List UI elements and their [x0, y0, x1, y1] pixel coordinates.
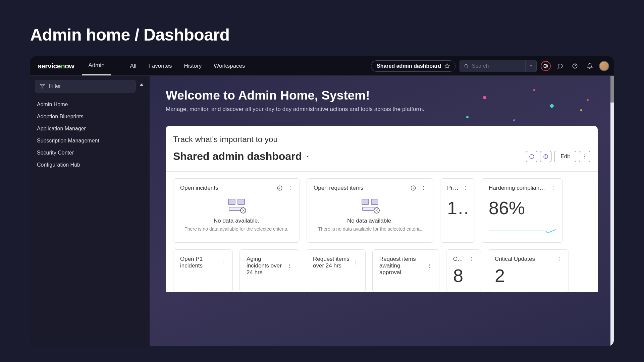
search-input[interactable] [472, 63, 521, 69]
dashboard-pill[interactable]: Shared admin dashboard [371, 60, 455, 72]
more-vertical-icon[interactable] [220, 260, 226, 265]
more-vertical-icon[interactable] [353, 260, 359, 265]
admin-tab[interactable]: Admin [82, 56, 110, 75]
info-icon [543, 154, 548, 159]
svg-point-43 [429, 264, 430, 264]
sidebar-item-admin-home[interactable]: Admin Home [30, 99, 150, 111]
widget-title: Critical Updates [495, 256, 535, 262]
more-vertical-icon[interactable] [556, 256, 562, 262]
more-vertical-icon[interactable] [427, 263, 432, 268]
star-icon [444, 63, 450, 69]
svg-point-49 [559, 257, 559, 258]
more-vertical-icon[interactable] [287, 185, 293, 191]
svg-point-30 [465, 189, 466, 190]
svg-point-21 [290, 189, 290, 190]
sidebar-item-subscription-management[interactable]: Subscription Management [30, 135, 150, 147]
svg-point-46 [471, 257, 472, 258]
dashboard-title-label: Shared admin dashboard [173, 150, 302, 163]
info-icon[interactable] [410, 185, 416, 191]
no-data-title: No data available. [347, 218, 393, 224]
widget-title: Open P1 incidents [180, 256, 217, 269]
filter-input[interactable]: Filter [35, 80, 136, 93]
svg-point-20 [290, 188, 290, 188]
svg-point-47 [471, 259, 472, 259]
edit-button[interactable]: Edit [554, 151, 576, 162]
nav-tab-history[interactable]: History [178, 56, 208, 75]
brand-logo[interactable]: servicenow [30, 56, 80, 75]
info-icon[interactable] [277, 185, 283, 191]
svg-point-44 [429, 265, 430, 266]
no-data-title: No data available. [214, 218, 259, 224]
widget-open-request-items: Open request items ✕ [307, 178, 433, 243]
widget-request-items-over-24: Request items over 24 hrs [306, 249, 366, 292]
svg-point-35 [223, 262, 223, 263]
search-dropdown[interactable] [525, 60, 536, 72]
more-vertical-icon[interactable] [463, 185, 468, 191]
chat-button[interactable] [555, 61, 566, 71]
welcome-title: Welcome to Admin Home, System! [166, 88, 598, 103]
refresh-icon [529, 154, 534, 159]
sidebar-item-security-center[interactable]: Security Center [30, 147, 150, 159]
svg-point-48 [471, 260, 472, 261]
svg-marker-8 [40, 84, 45, 88]
svg-point-41 [356, 262, 356, 263]
svg-point-36 [223, 264, 223, 264]
page-title: Admin home / Dashboard [30, 25, 614, 45]
more-vertical-icon[interactable] [287, 263, 292, 268]
svg-point-42 [356, 264, 356, 264]
svg-point-25 [423, 186, 424, 187]
svg-point-12 [546, 156, 546, 156]
refresh-button[interactable] [526, 151, 537, 162]
more-vertical-icon[interactable] [469, 256, 474, 262]
search-box [460, 60, 537, 72]
svg-point-40 [356, 260, 356, 261]
empty-state-icon: ✕ [227, 199, 246, 213]
chevron-down-icon [529, 64, 533, 68]
sidebar-item-configuration-hub[interactable]: Configuration Hub [30, 159, 150, 171]
svg-point-31 [553, 186, 553, 187]
widget-title: Open request items [314, 185, 363, 191]
nav-tab-workspaces[interactable]: Workspaces [208, 56, 251, 75]
nav-tabs: All Favorites History Workspaces [124, 56, 251, 75]
widget-critical-updates: Critical Updates 2 [488, 249, 569, 292]
nav-tab-favorites[interactable]: Favorites [143, 56, 178, 75]
svg-point-29 [465, 188, 466, 188]
widget-title: Open incidents [180, 185, 218, 191]
filter-placeholder: Filter [49, 83, 61, 89]
svg-line-2 [467, 67, 468, 68]
widget-value: 1… [447, 197, 468, 218]
notifications-button[interactable] [584, 61, 595, 71]
widget-request-items-awaiting: Request items awaiting approval [372, 249, 439, 292]
dashboard-more-button[interactable] [579, 151, 590, 162]
svg-point-26 [423, 188, 424, 188]
svg-point-24 [413, 187, 414, 187]
widget-open-p1-incidents: Open P1 incidents [173, 249, 233, 292]
widget-value: 86% [489, 197, 556, 218]
widget-title: C… [453, 256, 463, 262]
help-button[interactable] [570, 61, 580, 71]
more-vertical-icon[interactable] [421, 185, 426, 191]
empty-state-icon: ✕ [361, 199, 379, 213]
pin-button[interactable] [139, 83, 144, 89]
widget-title: Request items over 24 hrs [313, 256, 350, 269]
sidebar-item-adoption-blueprints[interactable]: Adoption Blueprints [30, 111, 150, 123]
svg-point-32 [553, 188, 553, 188]
sidebar-item-application-manager[interactable]: Application Manager [30, 123, 150, 135]
more-vertical-icon[interactable] [550, 185, 556, 191]
widget-hardening-compliance: Hardening complianc… 86% [482, 178, 563, 243]
no-data-subtitle: There is no data available for the selec… [318, 226, 422, 232]
widget-value: 8 [453, 265, 474, 286]
svg-point-19 [290, 186, 290, 187]
dashboard-card: Track what's important to you Shared adm… [166, 126, 598, 292]
dashboard-title-dropdown[interactable]: Shared admin dashboard [173, 150, 310, 163]
svg-point-50 [559, 259, 559, 259]
nav-tab-all[interactable]: All [124, 56, 143, 75]
user-avatar[interactable] [599, 61, 609, 71]
widget-aging-incidents: Aging incidents over 24 hrs [239, 249, 299, 292]
globe-button[interactable] [541, 61, 551, 71]
widget-title: Request items awaiting approval [379, 256, 424, 276]
globe-icon [543, 63, 548, 69]
info-button[interactable] [540, 151, 551, 162]
svg-point-7 [575, 67, 575, 67]
svg-point-45 [429, 267, 430, 268]
